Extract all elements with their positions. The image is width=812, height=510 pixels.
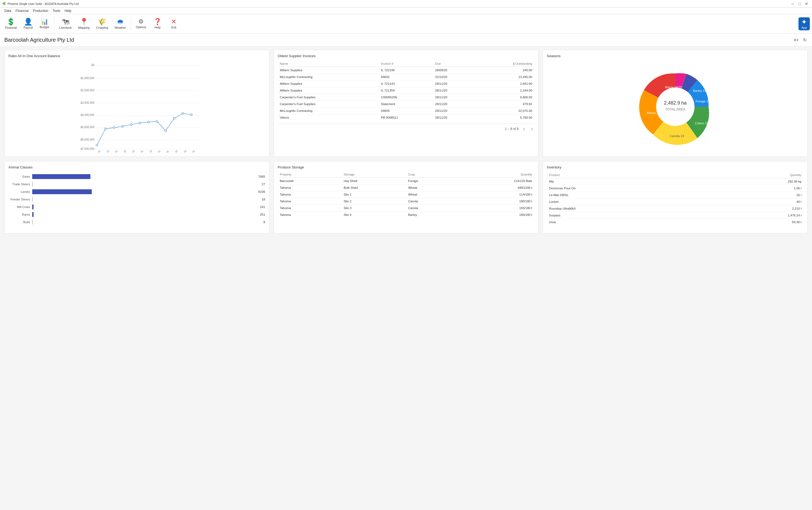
inv-product: Dectomax Pour-On <box>547 185 710 192</box>
svg-text:-$3,000,000: -$3,000,000 <box>80 101 95 104</box>
inv-quantity: 1.56 l <box>710 185 804 192</box>
svg-text:-$2,000,000: -$2,000,000 <box>80 89 95 92</box>
exit-button[interactable]: ✕ Exit <box>166 17 181 30</box>
inv-quantity: 16 l <box>710 192 804 199</box>
invoice-due: 28/09/20 <box>433 67 475 74</box>
menu-help[interactable]: Help <box>62 8 73 13</box>
col-name: Name <box>278 61 379 67</box>
financial-label: Financial <box>5 26 17 29</box>
close-button[interactable]: ✕ <box>803 1 810 6</box>
svg-text:Oct 20: Oct 20 <box>188 150 196 153</box>
menu-data[interactable]: Data <box>2 8 13 13</box>
svg-text:Jun 20: Jun 20 <box>154 150 161 153</box>
weather-button[interactable]: 🌧 Weather <box>112 17 128 30</box>
app-button[interactable]: ✦ App <box>799 17 810 30</box>
col-crop: Crop <box>406 171 455 178</box>
col-product: Product <box>547 172 710 178</box>
bar-value: 9236 <box>258 190 265 193</box>
add-widget-button[interactable]: ≡+ <box>792 36 800 44</box>
refresh-button[interactable]: ↻ <box>802 36 808 44</box>
bar-value: 241 <box>260 205 265 208</box>
livestock-button[interactable]: 🐄 Livestock <box>57 17 74 30</box>
invoice-name: Allfarm Supplies <box>278 80 379 87</box>
inv-product: Le-Mat 290SL <box>547 192 710 199</box>
bar-fill <box>32 204 34 209</box>
budget-button[interactable]: 📊 Budget <box>37 18 52 30</box>
table-row: Tahoma Silo 1 Wheat 114/180 t <box>278 191 535 198</box>
financial-icon: 💲 <box>6 18 15 25</box>
list-item: MA Cows 241 <box>8 204 265 209</box>
table-row: Allfarm Supplies IL 722199 28/09/20 240.… <box>278 67 535 74</box>
invoice-number: IL 722199 <box>379 67 433 74</box>
produce-property: Tahoma <box>278 185 341 191</box>
inv-quantity: 1,476.24 l <box>710 212 804 219</box>
seasons-title: Seasons <box>547 54 804 58</box>
invoice-due: 28/11/20 <box>433 101 475 108</box>
col-amount: $ Outstanding <box>475 61 534 67</box>
payroll-label: Payroll <box>24 26 33 29</box>
mapping-button[interactable]: 📍 Mapping <box>76 17 92 30</box>
produce-storage: Hay Shed <box>341 178 406 185</box>
invoice-number: Statement <box>379 101 433 108</box>
animal-classes-card: Animal Classes Ewes 7665 Trade Steers 27… <box>4 161 269 233</box>
prev-page-button[interactable]: ‹ <box>522 126 527 132</box>
inv-product: Lontrel <box>547 199 710 205</box>
minimize-button[interactable]: ─ <box>790 1 796 6</box>
produce-crop: Barley <box>406 211 455 218</box>
svg-text:Nov 19: Nov 19 <box>94 149 101 153</box>
invoice-number: 04605 <box>379 108 433 114</box>
menu-production[interactable]: Production <box>31 8 50 13</box>
help-button[interactable]: ❓ Help <box>150 17 165 30</box>
produce-property: Tahoma <box>278 191 341 198</box>
col-invoice: Invoice # <box>379 61 433 67</box>
supplier-invoices-card: Oldest Supplier Invoices Name Invoice # … <box>274 50 539 157</box>
options-label: Options <box>136 25 146 29</box>
cropping-icon: 🌾 <box>98 18 107 25</box>
invoice-name: Allfarm Supplies <box>278 67 379 74</box>
cropping-button[interactable]: 🌾 Cropping <box>93 17 111 30</box>
exit-label: Exit <box>171 26 176 29</box>
bar-fill <box>32 212 34 217</box>
inv-product: Surpass <box>547 212 710 219</box>
menu-tools[interactable]: Tools <box>51 8 62 13</box>
svg-text:Wheat 19: Wheat 19 <box>646 111 660 115</box>
invoice-name: Carpenter's Fuel Supplies <box>278 94 379 101</box>
svg-text:Canola 19: Canola 19 <box>670 134 684 138</box>
title-bar-text: Phoenix Single User Suite - AGDATA Austr… <box>7 2 79 5</box>
menu-bar: Data Financial Production Tools Help <box>0 7 812 14</box>
invoice-due: 28/11/20 <box>433 108 475 114</box>
financial-button[interactable]: 💲 Financial <box>2 17 20 30</box>
produce-crop: Wheat <box>406 191 455 198</box>
produce-storage: Bulk Shed <box>341 185 406 191</box>
balance-chart-title: Rabo All In One Account Balance <box>8 54 265 58</box>
bar-label: MA Cows <box>8 205 30 208</box>
app-label: App <box>802 26 807 29</box>
seasons-donut-svg: 2,482.9 ha TOTAL AREA Maize 19/20 Barley… <box>635 66 716 147</box>
maximize-button[interactable]: □ <box>797 1 802 6</box>
svg-point-32 <box>130 123 132 125</box>
svg-point-34 <box>148 121 149 123</box>
animal-classes-title: Animal Classes <box>8 165 265 169</box>
table-row: Roundup UltraMAX 2,210 l <box>547 205 804 212</box>
svg-text:TOTAL AREA: TOTAL AREA <box>665 108 686 111</box>
budget-icon: 📊 <box>41 19 48 25</box>
col-quantity: Quantity <box>455 171 535 178</box>
bar-label: Rams <box>8 213 30 216</box>
invoice-number: 04602 <box>379 74 433 80</box>
produce-storage-title: Produce Storage <box>278 165 535 169</box>
next-page-button[interactable]: › <box>530 126 534 132</box>
produce-crop: Wheat <box>406 185 455 191</box>
svg-text:Forage 19/20: Forage 19/20 <box>696 100 714 103</box>
invoice-due: 31/10/20 <box>433 74 475 80</box>
payroll-button[interactable]: 👤 Payroll <box>21 17 36 30</box>
svg-text:Cotton 19/20: Cotton 19/20 <box>695 122 713 125</box>
produce-quantity: 180/180 t <box>455 198 535 205</box>
menu-financial[interactable]: Financial <box>13 8 31 13</box>
bar-value: 251 <box>260 213 265 216</box>
options-button[interactable]: ⚙ Options <box>133 18 149 30</box>
table-row: Allfarm Supplies IL 721359 28/11/20 2,24… <box>278 87 535 94</box>
invoice-name: Viterra <box>278 114 379 121</box>
produce-storage-table: Property Storage Crop Quantity Barcoolah… <box>278 171 535 218</box>
svg-text:-$1,000,000: -$1,000,000 <box>80 77 95 80</box>
table-row: Carpenter's Fuel Supplies C00095206 28/1… <box>278 94 535 101</box>
